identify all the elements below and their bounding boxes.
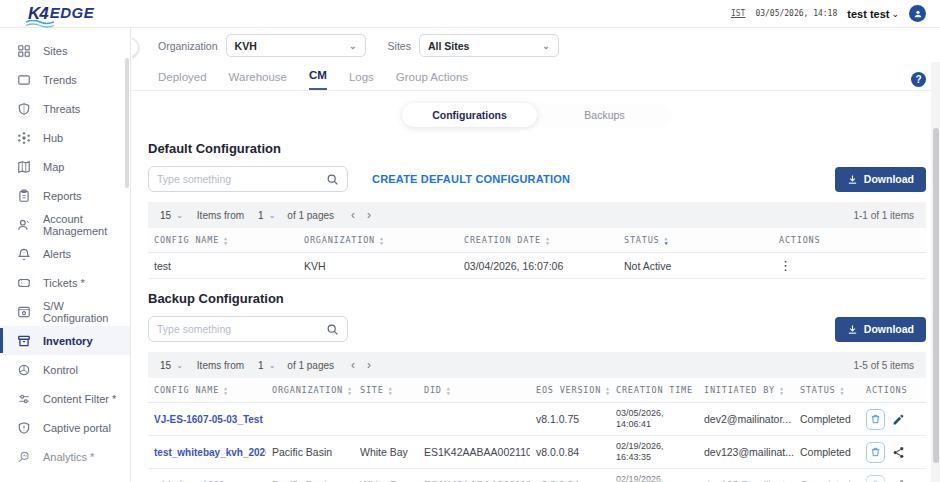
sidebar-item-account-management[interactable]: Account Management: [0, 210, 130, 239]
tab-deployed[interactable]: Deployed: [158, 71, 207, 90]
search-input[interactable]: [157, 323, 326, 335]
sites-select[interactable]: All Sites ⌄: [419, 34, 559, 57]
sidebar-item-threats[interactable]: Threats: [0, 94, 130, 123]
sidebar-item-label: Threats: [43, 103, 80, 115]
sidebar-item-label: Account Management: [43, 213, 130, 237]
cell-creation-date: 02/19/2026,: [616, 441, 692, 452]
scrollbar-thumb[interactable]: [933, 128, 939, 463]
cell-initiated-by: dev123@mailinat...: [698, 436, 794, 469]
sidebar-item-label: Trends: [43, 74, 77, 86]
col-eos-version[interactable]: EOS VERSION: [530, 378, 610, 403]
sidebar-item-kontrol[interactable]: Kontrol: [0, 355, 130, 384]
sort-icon[interactable]: [348, 386, 352, 395]
avatar[interactable]: [909, 5, 926, 22]
tab-warehouse[interactable]: Warehouse: [229, 71, 287, 90]
page-number-select[interactable]: 1⌄: [258, 360, 275, 371]
col-status[interactable]: STATUS: [618, 228, 773, 253]
col-creation-date[interactable]: CREATION DATE: [458, 228, 618, 253]
col-config-name[interactable]: CONFIG NAME: [148, 378, 266, 403]
default-download-button[interactable]: Download: [835, 167, 926, 192]
search-input[interactable]: [157, 173, 326, 185]
page-number-select[interactable]: 1⌄: [258, 210, 275, 221]
prev-page-button[interactable]: ‹: [348, 358, 358, 372]
sidebar-item-label: Kontrol: [43, 364, 78, 376]
sidebar-item-sites[interactable]: Sites: [0, 36, 130, 65]
share-button[interactable]: [892, 446, 905, 459]
delete-button[interactable]: [866, 442, 885, 463]
backup-download-button[interactable]: Download: [835, 317, 926, 342]
sidebar-item-tickets[interactable]: Tickets *: [0, 268, 130, 297]
sort-icon[interactable]: [780, 386, 784, 395]
ticket-icon: [16, 275, 31, 290]
col-creation-time[interactable]: CREATION TIME: [610, 378, 698, 403]
filter-bar: ‹ Organization KVH ⌄ Sites All Sites ⌄: [132, 28, 940, 63]
bell-icon: [16, 246, 31, 261]
of-pages-label: of 1 pages: [287, 210, 334, 221]
kebab-menu-icon[interactable]: ⋮: [779, 258, 792, 273]
chevron-down-icon: ⌄: [891, 9, 899, 19]
page-scrollbar[interactable]: [931, 62, 940, 482]
prev-page-button[interactable]: ‹: [348, 208, 358, 222]
tab-cm[interactable]: CM: [309, 69, 327, 90]
sort-icon[interactable]: [380, 236, 384, 245]
next-page-button[interactable]: ›: [364, 358, 374, 372]
next-page-button[interactable]: ›: [364, 208, 374, 222]
sidebar-item-label: Hub: [43, 132, 63, 144]
sidebar-item-captive-portal[interactable]: Captive portal: [0, 413, 130, 442]
sidebar-item-analytics[interactable]: Analytics *: [0, 442, 130, 471]
download-label: Download: [864, 173, 914, 185]
sort-icon[interactable]: [606, 386, 610, 395]
timezone-label[interactable]: IST: [731, 9, 745, 18]
sort-icon[interactable]: [224, 386, 228, 395]
organization-select[interactable]: KVH ⌄: [226, 34, 366, 57]
col-organization[interactable]: ORGANIZATION: [266, 378, 354, 403]
share-button[interactable]: [892, 479, 905, 482]
sort-icon[interactable]: [841, 386, 845, 395]
toggle-backups[interactable]: Backups: [537, 103, 672, 127]
col-site[interactable]: SITE: [354, 378, 418, 403]
tab-group-actions[interactable]: Group Actions: [396, 71, 468, 90]
sort-icon[interactable]: [665, 236, 669, 245]
backup-config-search[interactable]: [148, 316, 348, 342]
user-menu[interactable]: test test ⌄: [847, 8, 899, 20]
cell-did: ES1K42AABAA002110: [418, 469, 530, 482]
config-name-link[interactable]: VJ-ES-1607-05-03_Test: [154, 414, 263, 425]
sidebar-collapse-button[interactable]: ‹: [132, 38, 139, 57]
edit-button[interactable]: [892, 413, 905, 426]
analytics-icon: [16, 449, 31, 464]
sort-icon[interactable]: [546, 236, 550, 245]
delete-button[interactable]: [866, 475, 885, 482]
col-config-name[interactable]: CONFIG NAME: [148, 228, 298, 253]
sidebar-item-alerts[interactable]: Alerts: [0, 239, 130, 268]
page-size-select[interactable]: 15⌄: [160, 210, 183, 221]
sidebar-item-map[interactable]: Map: [0, 152, 130, 181]
table-header-row: CONFIG NAME ORGANIZATION CREATION DATE S…: [148, 228, 926, 253]
table-row: VJ-ES-1607-05-03_Test v8.1.0.75 03/05/20…: [148, 403, 926, 436]
sidebar-item-reports[interactable]: Reports: [0, 181, 130, 210]
page-size-select[interactable]: 15⌄: [160, 360, 183, 371]
sidebar-item-sw-configuration[interactable]: S/W Configuration: [0, 297, 130, 326]
sidebar-scrollbar[interactable]: [125, 58, 129, 188]
col-status[interactable]: STATUS: [794, 378, 860, 403]
col-initiated-by[interactable]: INITIATED BY: [698, 378, 794, 403]
sidebar-item-trends[interactable]: Trends: [0, 65, 130, 94]
col-did[interactable]: DID: [418, 378, 530, 403]
col-organization[interactable]: ORGANIZATION: [298, 228, 458, 253]
create-default-configuration-link[interactable]: CREATE DEFAULT CONFIGURATION: [372, 173, 570, 185]
user-icon: [913, 9, 923, 19]
sidebar-item-inventory[interactable]: Inventory: [0, 326, 130, 355]
search-icon: [326, 323, 339, 336]
delete-button[interactable]: [866, 409, 885, 430]
sidebar-item-hub[interactable]: Hub: [0, 123, 130, 152]
config-name-link[interactable]: test_whitebay_kvh_2026: [154, 447, 266, 458]
sidebar-item-content-filter[interactable]: Content Filter *: [0, 384, 130, 413]
default-config-search[interactable]: [148, 166, 348, 192]
sidebar-item-label: Analytics *: [43, 451, 94, 463]
tab-logs[interactable]: Logs: [349, 71, 374, 90]
sort-icon[interactable]: [224, 236, 228, 245]
help-icon[interactable]: ?: [911, 72, 926, 87]
sort-icon[interactable]: [447, 386, 451, 395]
sort-icon[interactable]: [389, 386, 393, 395]
toggle-configurations[interactable]: Configurations: [402, 103, 537, 127]
cell-site: [354, 403, 418, 436]
